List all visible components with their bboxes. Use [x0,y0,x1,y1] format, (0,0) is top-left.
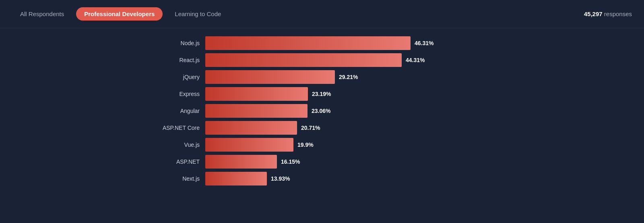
bar-wrapper: 46.31% [205,36,503,50]
bar-fill [205,155,277,169]
chart-row: Vue.js19.9% [141,138,503,152]
chart-row: React.js44.31% [141,53,503,67]
bar-wrapper: 23.19% [205,87,503,101]
bar-value: 44.31% [406,57,425,63]
bar-fill [205,70,335,84]
bar-wrapper: 16.15% [205,155,503,169]
bar-label: ASP.NET [141,158,205,165]
bar-fill [205,138,293,152]
bar-label: ASP.NET Core [141,125,205,131]
tab-learning-to-code[interactable]: Learning to Code [167,7,229,21]
chart-row: jQuery29.21% [141,70,503,84]
chart-row: ASP.NET Core20.71% [141,121,503,135]
bar-wrapper: 20.71% [205,121,503,135]
chart-container: Node.js46.31%React.js44.31%jQuery29.21%E… [0,28,644,197]
tab-all-respondents[interactable]: All Respondents [12,7,72,21]
bar-fill [205,36,411,50]
chart-row: ASP.NET16.15% [141,155,503,169]
bar-fill [205,104,308,118]
header: All Respondents Professional Developers … [0,0,644,28]
tab-professional-developers[interactable]: Professional Developers [76,7,163,21]
bar-value: 16.15% [281,158,300,165]
responses-count: 45,297 responses [584,10,632,17]
chart-row: Express23.19% [141,87,503,101]
bar-label: Express [141,91,205,97]
bar-label: Node.js [141,40,205,46]
chart-row: Angular23.06% [141,104,503,118]
bar-label: Vue.js [141,142,205,148]
bar-fill [205,121,297,135]
bar-value: 23.06% [312,108,330,114]
bar-label: Next.js [141,175,205,182]
bar-value: 19.9% [297,142,314,148]
bar-wrapper: 23.06% [205,104,503,118]
bar-value: 20.71% [301,125,320,131]
bar-fill [205,53,402,67]
bar-value: 29.21% [339,74,358,80]
bar-label: jQuery [141,74,205,80]
bar-value: 23.19% [312,91,331,97]
bar-value: 13.93% [271,175,290,182]
bar-label: React.js [141,57,205,63]
bar-label: Angular [141,108,205,114]
bar-wrapper: 44.31% [205,53,503,67]
bar-wrapper: 19.9% [205,138,503,152]
responses-number: 45,297 [584,10,603,17]
chart-row: Node.js46.31% [141,36,503,50]
bar-fill [205,172,267,185]
bar-value: 46.31% [415,40,433,46]
chart-row: Next.js13.93% [141,172,503,185]
bar-wrapper: 29.21% [205,70,503,84]
bar-wrapper: 13.93% [205,172,503,185]
bar-fill [205,87,308,101]
